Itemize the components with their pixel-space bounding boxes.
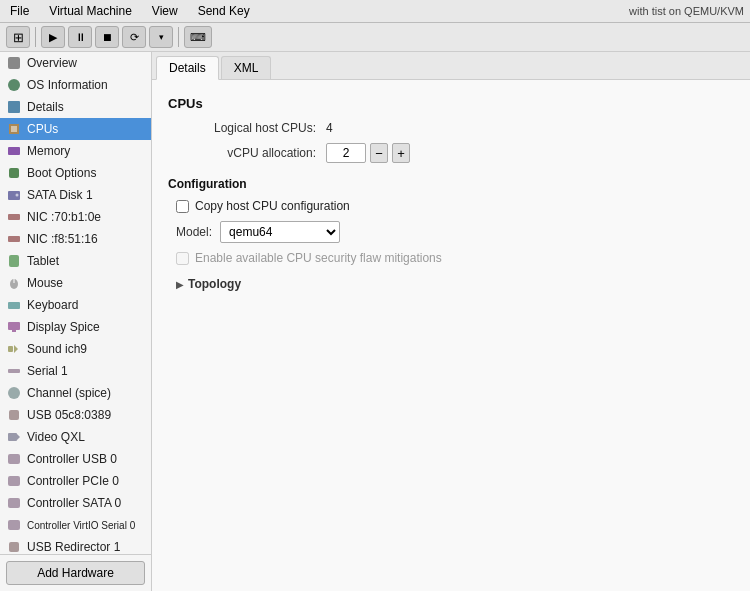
sidebar-item-controller-pcie0[interactable]: Controller PCIe 0 <box>0 470 151 492</box>
security-row: Enable available CPU security flaw mitig… <box>168 251 734 265</box>
svg-rect-16 <box>12 330 16 332</box>
sidebar-item-display-spice[interactable]: Display Spice <box>0 316 151 338</box>
sidebar-label-usb-05c8: USB 05c8:0389 <box>27 408 111 422</box>
sidebar: Overview OS Information Details CPUs Mem… <box>0 52 152 591</box>
cpus-section-title: CPUs <box>168 96 734 111</box>
sidebar-label-controller-pcie0: Controller PCIe 0 <box>27 474 119 488</box>
tab-details[interactable]: Details <box>156 56 219 80</box>
sidebar-label-serial-1: Serial 1 <box>27 364 68 378</box>
sidebar-label-sound-ich9: Sound ich9 <box>27 342 87 356</box>
sidebar-label-nic-f851: NIC :f8:51:16 <box>27 232 98 246</box>
tab-xml[interactable]: XML <box>221 56 272 79</box>
vcpu-decrement-button[interactable]: − <box>370 143 388 163</box>
usb-redir1-icon <box>6 539 22 554</box>
model-row: Model: qemu64 host Westmere SandyBridge … <box>168 221 734 243</box>
video-icon <box>6 429 22 445</box>
model-label: Model: <box>176 225 212 239</box>
sidebar-item-controller-virtio-serial0[interactable]: Controller VirtIO Serial 0 <box>0 514 151 536</box>
vcpu-allocation-row: vCPU allocation: − + <box>168 143 734 163</box>
sidebar-item-serial-1[interactable]: Serial 1 <box>0 360 151 382</box>
menubar: File Virtual Machine View Send Key with … <box>0 0 750 23</box>
sidebar-item-sata-disk-1[interactable]: SATA Disk 1 <box>0 184 151 206</box>
sidebar-item-boot-options[interactable]: Boot Options <box>0 162 151 184</box>
svg-rect-18 <box>8 369 20 373</box>
vcpu-allocation-label: vCPU allocation: <box>176 146 326 160</box>
sidebar-item-keyboard[interactable]: Keyboard <box>0 294 151 316</box>
svg-marker-22 <box>17 434 20 440</box>
detail-panel: Details XML CPUs Logical host CPUs: 4 vC… <box>152 52 750 591</box>
send-key-button[interactable]: ⌨ <box>184 26 212 48</box>
menu-view[interactable]: View <box>148 2 182 20</box>
menu-file[interactable]: File <box>6 2 33 20</box>
nic1-icon <box>6 209 22 225</box>
logical-host-cpus-label: Logical host CPUs: <box>176 121 326 135</box>
svg-rect-27 <box>9 542 19 552</box>
sidebar-item-video-qxl[interactable]: Video QXL <box>0 426 151 448</box>
sidebar-item-cpus[interactable]: CPUs <box>0 118 151 140</box>
display-icon <box>6 319 22 335</box>
sidebar-item-performance[interactable]: Details <box>0 96 151 118</box>
show-vm-button[interactable]: ⊞ <box>6 26 30 48</box>
sidebar-item-controller-sata0[interactable]: Controller SATA 0 <box>0 492 151 514</box>
stop-button[interactable]: ⏹ <box>95 26 119 48</box>
sidebar-item-overview[interactable]: Overview <box>0 52 151 74</box>
sidebar-item-usb-redirector-1[interactable]: USB Redirector 1 <box>0 536 151 554</box>
svg-rect-17 <box>8 346 13 352</box>
svg-rect-5 <box>8 147 20 155</box>
sidebar-item-channel-spice[interactable]: Channel (spice) <box>0 382 151 404</box>
vcpu-input[interactable] <box>326 143 366 163</box>
svg-rect-15 <box>8 322 20 330</box>
power-menu-button[interactable]: ⟳ <box>122 26 146 48</box>
sidebar-label-channel-spice: Channel (spice) <box>27 386 111 400</box>
nic2-icon <box>6 231 22 247</box>
sidebar-label-controller-usb0: Controller USB 0 <box>27 452 117 466</box>
sidebar-item-memory[interactable]: Memory <box>0 140 151 162</box>
copy-host-cpu-label[interactable]: Copy host CPU configuration <box>195 199 350 213</box>
svg-rect-9 <box>8 214 20 220</box>
sidebar-label-display-spice: Display Spice <box>27 320 100 334</box>
copy-host-cpu-checkbox[interactable] <box>176 200 189 213</box>
menu-send-key[interactable]: Send Key <box>194 2 254 20</box>
topology-row[interactable]: ▶ Topology <box>168 277 734 291</box>
sound-icon <box>6 341 22 357</box>
add-hardware-button[interactable]: Add Hardware <box>6 561 145 585</box>
window-title: with tist on QEMU/KVM <box>266 5 744 17</box>
svg-rect-20 <box>9 410 19 420</box>
power-dropdown-button[interactable]: ▾ <box>149 26 173 48</box>
svg-rect-26 <box>8 520 20 530</box>
sidebar-item-mouse[interactable]: Mouse <box>0 272 151 294</box>
svg-point-1 <box>8 79 20 91</box>
svg-point-19 <box>8 387 20 399</box>
vcpu-increment-button[interactable]: + <box>392 143 410 163</box>
toolbar-separator-1 <box>35 27 36 47</box>
vcpu-control: − + <box>326 143 410 163</box>
sidebar-item-sound-ich9[interactable]: Sound ich9 <box>0 338 151 360</box>
configuration-title: Configuration <box>168 177 734 191</box>
svg-rect-23 <box>8 454 20 464</box>
boot-icon <box>6 165 22 181</box>
toolbar-separator-2 <box>178 27 179 47</box>
start-button[interactable]: ▶ <box>41 26 65 48</box>
menu-virtual-machine[interactable]: Virtual Machine <box>45 2 136 20</box>
sidebar-item-nic-70b1[interactable]: NIC :70:b1:0e <box>0 206 151 228</box>
sidebar-label-sata-disk-1: SATA Disk 1 <box>27 188 93 202</box>
sidebar-item-nic-f851[interactable]: NIC :f8:51:16 <box>0 228 151 250</box>
overview-icon <box>6 55 22 71</box>
sidebar-item-os-info[interactable]: OS Information <box>0 74 151 96</box>
security-checkbox[interactable] <box>176 252 189 265</box>
sidebar-label-overview: Overview <box>27 56 77 70</box>
model-select[interactable]: qemu64 host Westmere SandyBridge IvyBrid… <box>220 221 340 243</box>
memory-icon <box>6 143 22 159</box>
pause-button[interactable]: ⏸ <box>68 26 92 48</box>
sidebar-footer: Add Hardware <box>0 554 151 591</box>
sidebar-item-controller-usb0[interactable]: Controller USB 0 <box>0 448 151 470</box>
svg-rect-24 <box>8 476 20 486</box>
sidebar-item-tablet[interactable]: Tablet <box>0 250 151 272</box>
ctrl-usb-icon <box>6 451 22 467</box>
ctrl-virtio-icon <box>6 517 22 533</box>
sidebar-label-mouse: Mouse <box>27 276 63 290</box>
topology-arrow-icon: ▶ <box>176 279 184 290</box>
sidebar-label-controller-virtio-serial0: Controller VirtIO Serial 0 <box>27 520 135 531</box>
sidebar-item-usb-05c8[interactable]: USB 05c8:0389 <box>0 404 151 426</box>
svg-rect-14 <box>8 302 20 309</box>
